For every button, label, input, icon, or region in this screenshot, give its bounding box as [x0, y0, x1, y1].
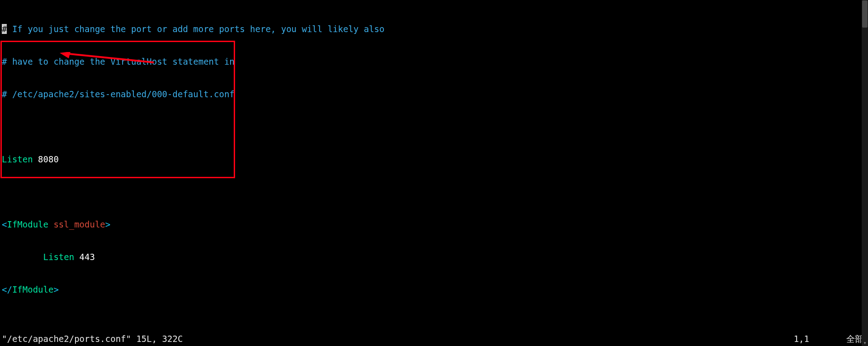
comment-hash: #	[2, 89, 7, 99]
tag-name: IfModule	[12, 284, 54, 294]
module-name: ssl_module	[53, 219, 105, 229]
code-line: <IfModule ssl_module>	[2, 219, 866, 230]
code-line: # have to change the VirtualHost stateme…	[2, 56, 866, 67]
code-line: # /etc/apache2/sites-enabled/000-default…	[2, 89, 866, 100]
code-line: Listen 443	[2, 251, 866, 262]
scroll-down-icon[interactable]: ▾	[863, 341, 867, 345]
scrollbar[interactable]: ▴ ▾	[862, 0, 868, 346]
code-line: </IfModule>	[2, 284, 866, 295]
directive-keyword: Listen	[43, 252, 75, 262]
code-line: Listen 8080	[2, 154, 866, 165]
tag-bracket: <	[2, 284, 7, 294]
blank-line	[2, 121, 866, 132]
tag-name: IfModule	[7, 219, 48, 229]
status-line-percent: 全部	[846, 333, 863, 344]
comment-text: If you just change the port or add more …	[7, 24, 384, 34]
code-line: # If you just change the port or add mor…	[2, 24, 866, 34]
directive-keyword: Listen	[2, 154, 33, 164]
tag-slash: /	[7, 284, 12, 294]
editor-viewport[interactable]: # If you just change the port or add mor…	[2, 2, 866, 332]
tag-bracket: <	[2, 219, 7, 229]
status-line-file: "/etc/apache2/ports.conf" 15L, 322C	[2, 333, 866, 344]
tag-bracket: >	[53, 284, 58, 294]
comment-text: have to change the VirtualHost statement…	[7, 57, 234, 66]
comment-hash: #	[2, 57, 7, 66]
scrollbar-thumb[interactable]	[862, 0, 868, 28]
blank-line	[2, 186, 866, 197]
cursor: #	[2, 24, 7, 34]
blank-line	[2, 317, 866, 327]
port-number: 8080	[38, 154, 59, 164]
status-line-position: 1,1	[794, 333, 809, 344]
indent	[2, 252, 43, 262]
tag-bracket: >	[105, 219, 110, 229]
port-number: 443	[80, 252, 95, 262]
space	[48, 219, 53, 229]
comment-text: /etc/apache2/sites-enabled/000-default.c…	[7, 89, 234, 99]
